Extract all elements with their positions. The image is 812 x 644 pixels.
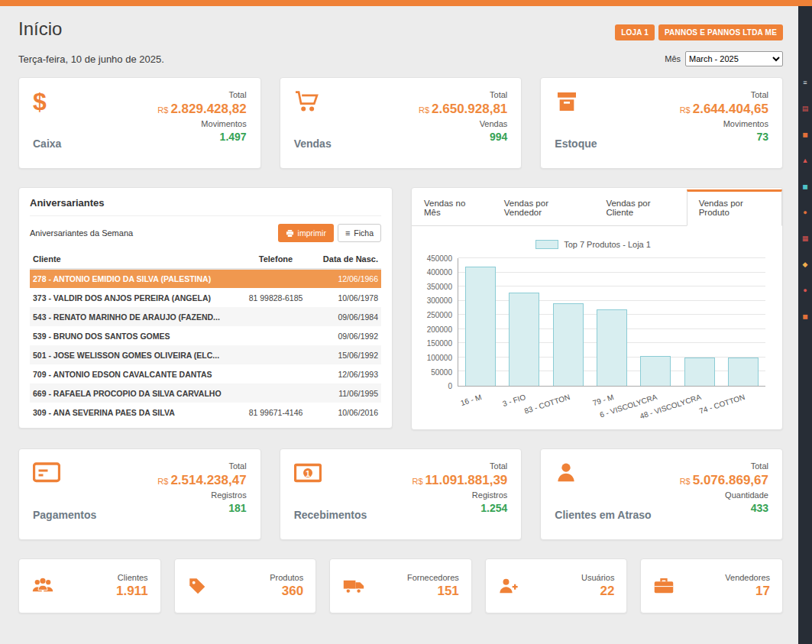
bar-16 - M	[465, 267, 496, 386]
column-header-telefone: Telefone	[234, 250, 318, 269]
caixa-title: Caixa	[33, 138, 61, 156]
current-date: Terça-feira, 10 de junho de 2025.	[18, 53, 164, 65]
produtos-label: Produtos	[270, 573, 303, 582]
dollar-icon: $	[33, 90, 61, 113]
sales-panel: Vendas no Mês Vendas por Vendedor Vendas…	[411, 187, 783, 430]
birthdays-table: Cliente Telefone Data de Nasc. 278 - ANT…	[30, 250, 381, 422]
tab-vendas-por-cliente[interactable]: Vendas por Cliente	[594, 189, 686, 226]
bar-79 - M	[597, 309, 627, 386]
count-label: Movimentos	[157, 119, 246, 128]
produtos-counter-card: Produtos 360	[174, 558, 317, 613]
date-row: Terça-feira, 10 de junho de 2025. Mês Ma…	[18, 51, 783, 66]
aniversariantes-title: Aniversariantes	[30, 197, 381, 216]
pagamentos-count-value: 181	[157, 502, 246, 514]
clientes-label: Clientes	[116, 573, 148, 582]
fornecedores-counter-card: Fornecedores 151	[329, 558, 472, 613]
sales-tabs: Vendas no Mês Vendas por Vendedor Vendas…	[412, 188, 782, 226]
rail-icon[interactable]: ▤	[802, 105, 809, 112]
tag-icon	[187, 576, 207, 596]
archive-box-icon	[555, 90, 597, 113]
clientes-value: 1.911	[116, 584, 148, 599]
total-label: Total	[680, 461, 768, 471]
count-label: Quantidade	[680, 490, 768, 500]
bar-74 - COTTON	[728, 358, 759, 386]
bar-6 - VISCOLYCRA	[640, 356, 671, 386]
vendas-title: Vendas	[294, 138, 332, 156]
rail-icon[interactable]: ≡	[803, 79, 807, 86]
estoque-count-value: 73	[680, 131, 768, 143]
rail-icon[interactable]: ◼	[802, 313, 807, 320]
svg-text:1: 1	[306, 469, 310, 478]
count-label: Movimentos	[680, 119, 768, 128]
rail-icon[interactable]: ◼	[802, 183, 807, 190]
rail-icon[interactable]: ●	[803, 287, 807, 294]
chart-legend: Top 7 Produtos - Loja 1	[421, 240, 765, 249]
vendas-card: Vendas Total R$2.650.928,81 Vendas 994	[280, 77, 522, 169]
company-badge[interactable]: PANNOS E PANNOS LTDA ME	[658, 24, 783, 40]
rail-icon[interactable]: ▲	[802, 157, 809, 164]
rail-icon[interactable]: ◆	[803, 261, 808, 268]
products-bar-chart: Top 7 Produtos - Loja 1 4500004000003500…	[412, 226, 782, 422]
payment-card-icon	[33, 461, 96, 484]
table-row[interactable]: 539 - BRUNO DOS SANTOS GOMES09/06/1992	[30, 326, 381, 345]
aniversariantes-subtitle: Aniversariantes da Semana	[30, 228, 133, 238]
aniversariantes-panel: Aniversariantes Aniversariantes da Seman…	[18, 187, 393, 429]
table-row[interactable]: 501 - JOSE WELISSON GOMES OLIVEIRA (ELC.…	[30, 345, 381, 364]
table-row[interactable]: 373 - VALDIR DOS ANJOS PEREIRA (ANGELA)8…	[30, 288, 381, 307]
table-row[interactable]: 309 - ANA SEVERINA PAES DA SILVA81 99671…	[30, 403, 381, 422]
legend-label: Top 7 Produtos - Loja 1	[564, 240, 651, 249]
recebimentos-total-value: R$11.091.881,39	[412, 473, 507, 488]
cart-icon	[294, 90, 332, 113]
briefcase-icon	[653, 577, 675, 595]
bar-48 - VISCOLYCRA	[684, 358, 715, 386]
header-badges: LOJA 1 PANNOS E PANNOS LTDA ME	[615, 24, 783, 40]
vendedores-label: Vendedores	[725, 573, 770, 582]
total-label: Total	[157, 90, 246, 99]
store-badge[interactable]: LOJA 1	[615, 24, 655, 40]
estoque-total-value: R$2.644.404,65	[680, 102, 768, 117]
total-label: Total	[412, 461, 507, 471]
chart-y-axis: 4500004000003500003000002500002000001500…	[421, 258, 458, 387]
pagamentos-total-value: R$2.514.238,47	[157, 473, 246, 488]
chart-bars	[458, 258, 765, 386]
tab-vendas-no-mes[interactable]: Vendas no Mês	[412, 189, 492, 226]
month-select[interactable]: March - 2025	[685, 51, 783, 66]
rail-icon[interactable]: ◼	[802, 131, 807, 138]
counters-row: Clientes 1.911 Produtos 360	[18, 558, 783, 613]
table-row[interactable]: 669 - RAFAELA PROCOPIO DA SILVA CARVALHO…	[30, 383, 381, 403]
list-icon: ≡	[345, 228, 350, 238]
column-header-cliente: Cliente	[30, 250, 234, 269]
page-header: Início LOJA 1 PANNOS E PANNOS LTDA ME	[18, 18, 783, 40]
tab-vendas-por-vendedor[interactable]: Vendas por Vendedor	[492, 189, 594, 226]
table-row[interactable]: 543 - RENATO MARINHO DE ARAUJO (FAZEND..…	[30, 307, 381, 326]
x-tick-label: 3 - FIO	[502, 393, 527, 408]
caixa-count-value: 1.497	[157, 131, 246, 143]
right-rail-icons[interactable]: ≡▤◼▲◼●▦◆●◼	[798, 6, 812, 644]
vendas-total-value: R$2.650.928,81	[419, 102, 507, 117]
rail-icon[interactable]: ▦	[802, 235, 809, 242]
people-group-icon	[31, 577, 54, 595]
vendedores-counter-card: Vendedores 17	[640, 558, 783, 613]
fornecedores-value: 151	[407, 584, 459, 599]
table-row[interactable]: 278 - ANTONIO EMIDIO DA SILVA (PALESTINA…	[30, 269, 381, 288]
caixa-total-value: R$2.829.428,82	[157, 102, 246, 117]
fornecedores-label: Fornecedores	[407, 573, 459, 582]
recebimentos-count-value: 1.254	[412, 502, 507, 514]
usuarios-label: Usuários	[581, 573, 614, 582]
estoque-title: Estoque	[555, 138, 597, 156]
print-button[interactable]: imprimir	[278, 224, 334, 242]
clientes-atraso-title: Clientes em Atraso	[555, 509, 651, 527]
rail-icon[interactable]: ●	[803, 209, 807, 216]
ficha-button[interactable]: ≡ Ficha	[338, 224, 381, 242]
estoque-card: Estoque Total R$2.644.404,65 Movimentos …	[540, 77, 783, 169]
clientes-atraso-card: Clientes em Atraso Total R$5.076.869,67 …	[540, 448, 783, 540]
banknote-icon: 1	[294, 461, 367, 484]
table-row[interactable]: 709 - ANTONIO EDSON CAVALCANTE DANTAS12/…	[30, 364, 381, 383]
tab-vendas-por-produto[interactable]: Vendas por Produto	[687, 189, 782, 226]
pagamentos-title: Pagamentos	[33, 509, 96, 527]
caixa-card: $ Caixa Total R$2.829.428,82 Movimentos …	[18, 77, 261, 169]
chart-plot	[458, 258, 765, 387]
user-plus-icon	[498, 577, 519, 595]
produtos-value: 360	[270, 584, 303, 599]
total-label: Total	[157, 461, 246, 471]
